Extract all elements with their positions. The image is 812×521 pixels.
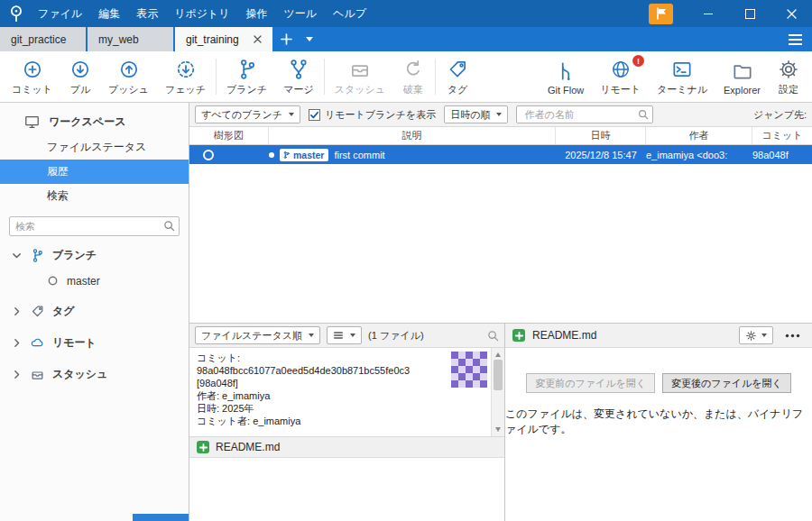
branch-icon	[282, 151, 291, 160]
sidebar-search	[9, 216, 180, 236]
close-button[interactable]	[770, 0, 812, 27]
file-sort-dropdown[interactable]: ファイルステータス順	[195, 326, 320, 344]
branch-button[interactable]: ブランチ	[218, 55, 275, 98]
menu-file[interactable]: ファイル	[30, 0, 90, 27]
menu-view[interactable]: 表示	[128, 0, 166, 27]
commit-date: 2025/12/8 15:47	[556, 150, 646, 160]
file-list-empty-area	[189, 458, 504, 521]
author-search-input[interactable]	[522, 108, 638, 121]
chevron-down-icon	[761, 334, 767, 337]
file-name: README.md	[216, 441, 280, 453]
branch-icon	[235, 58, 259, 81]
file-count-label: (1 ファイル)	[368, 329, 424, 343]
scrollbar-thumb[interactable]	[494, 360, 503, 390]
explorer-button[interactable]: Explorer	[715, 57, 769, 97]
gitflow-button[interactable]: Git Flow	[540, 57, 592, 97]
tab-git-practice[interactable]: git_practice	[0, 27, 86, 51]
tag-button[interactable]: タグ	[438, 55, 477, 98]
commit-info-text: コミット: 98a048fbcc61077a0eed5d4de30b871bc5…	[189, 348, 451, 436]
maximize-button[interactable]	[729, 0, 770, 27]
gear-icon	[745, 330, 757, 342]
cloud-icon	[30, 335, 45, 351]
fetch-button[interactable]: フェッチ	[157, 55, 214, 98]
show-remote-checkbox[interactable]: リモートブランチを表示	[309, 108, 436, 122]
tab-close-icon[interactable]	[239, 35, 262, 43]
main-toolbar: コミット プル プッシュ フェッチ ブランチ マージ スタッシュ	[0, 51, 812, 103]
scroll-down-icon[interactable]	[495, 427, 501, 432]
commit-info-scrollbar	[491, 348, 504, 436]
commit-button[interactable]: コミット	[4, 55, 60, 98]
pull-icon	[69, 58, 92, 81]
settings-button[interactable]: 設定	[769, 55, 808, 98]
sidebar-section-remotes[interactable]: リモート	[0, 329, 189, 356]
commit-dot-icon	[47, 275, 59, 287]
push-button[interactable]: プッシュ	[100, 55, 157, 98]
open-before-button: 変更前のファイルを開く	[526, 373, 655, 393]
merge-button[interactable]: マージ	[275, 55, 322, 98]
column-header-graph[interactable]: 樹形図	[189, 127, 269, 144]
commit-icon	[21, 58, 44, 81]
commit-author-line: 作者: e_imamiya	[197, 389, 448, 402]
pull-button[interactable]: プル	[60, 55, 100, 98]
workspace-monitor-icon	[23, 114, 41, 131]
toolbar-separator	[216, 59, 217, 95]
menu-tools[interactable]: ツール	[276, 0, 326, 27]
titlebar: ファイル 編集 表示 リポジトリ 操作 ツール ヘルプ	[0, 0, 812, 27]
sidebar-branch-master[interactable]: master	[0, 269, 189, 293]
commit-row-selected[interactable]: master first commit 2025/12/8 15:47 e_im…	[189, 145, 812, 164]
history-filter-bar: すべてのブランチ リモートブランチを表示 日時の順 ジャンプ	[189, 103, 812, 127]
view-mode-dropdown[interactable]	[327, 326, 362, 344]
branch-filter-dropdown[interactable]: すべてのブランチ	[195, 105, 300, 123]
tab-git-training[interactable]: git_training	[175, 27, 272, 51]
tab-my-web[interactable]: my_web	[88, 27, 173, 51]
column-header-date[interactable]: 日時	[556, 127, 646, 144]
fetch-icon	[174, 58, 198, 81]
sidebar-scrollbar-thumb[interactable]	[133, 514, 189, 521]
commit-info-area: コミット: 98a048fbcc61077a0eed5d4de30b871bc5…	[189, 348, 504, 437]
toolbar-separator	[435, 59, 436, 95]
new-tab-button[interactable]	[274, 27, 300, 51]
author-search-box	[516, 105, 653, 123]
file-list-item-readme[interactable]: README.md	[189, 437, 504, 458]
column-header-commit[interactable]: コミット	[752, 127, 812, 144]
chevron-down-icon	[309, 334, 314, 337]
chevron-down-icon	[306, 37, 313, 41]
more-options-button[interactable]	[780, 334, 805, 338]
ellipsis-icon	[785, 334, 800, 338]
commit-hash: 98a048fbcc61077a0eed5d4de30b871bc55fe0c3	[197, 364, 448, 377]
column-header-description[interactable]: 説明	[269, 127, 556, 144]
main-area: すべてのブランチ リモートブランチを表示 日時の順 ジャンプ	[189, 103, 812, 521]
sort-order-dropdown[interactable]: 日時の順	[444, 105, 508, 123]
open-after-button[interactable]: 変更後のファイルを開く	[662, 373, 791, 393]
sidebar-item-history[interactable]: 履歴	[0, 160, 189, 184]
menu-edit[interactable]: 編集	[90, 0, 128, 27]
commit-message: first commit	[334, 150, 384, 160]
sidebar-section-stashes[interactable]: スタッシュ	[0, 361, 189, 388]
chevron-down-icon	[496, 113, 502, 116]
sidebar-section-branches[interactable]: ブランチ	[0, 242, 189, 269]
window-body: ワークスペース ファイルステータス 履歴 検索 ブランチ	[0, 103, 812, 521]
column-header-author[interactable]: 作者	[646, 127, 752, 144]
menu-help[interactable]: ヘルプ	[325, 0, 374, 27]
scroll-up-icon[interactable]	[495, 352, 501, 357]
whats-new-flag-button[interactable]	[649, 4, 673, 24]
checkbox-checked-icon	[309, 109, 320, 121]
commit-short-hash: [98a048f]	[197, 377, 448, 389]
sidebar-workspace-header[interactable]: ワークスペース	[0, 108, 189, 135]
sidebar-search-input[interactable]	[9, 216, 180, 236]
sidebar-item-file-status[interactable]: ファイルステータス	[0, 135, 189, 160]
main-menu-button[interactable]	[778, 27, 812, 51]
menu-actions[interactable]: 操作	[238, 0, 276, 27]
sidebar-item-search[interactable]: 検索	[0, 184, 189, 208]
menu-repository[interactable]: リポジトリ	[166, 0, 237, 27]
diff-options-dropdown[interactable]	[739, 326, 773, 344]
sidebar-section-tags[interactable]: タグ	[0, 297, 189, 324]
tab-list-dropdown[interactable]	[300, 27, 319, 51]
search-icon	[487, 330, 499, 342]
minimize-button[interactable]	[687, 0, 729, 27]
remote-button[interactable]: ! リモート	[592, 55, 649, 98]
terminal-button[interactable]: ターミナル	[649, 55, 715, 98]
tab-label: git_training	[186, 33, 239, 46]
file-search-button[interactable]	[487, 330, 499, 342]
commit-sha: 98a048f	[752, 150, 812, 160]
